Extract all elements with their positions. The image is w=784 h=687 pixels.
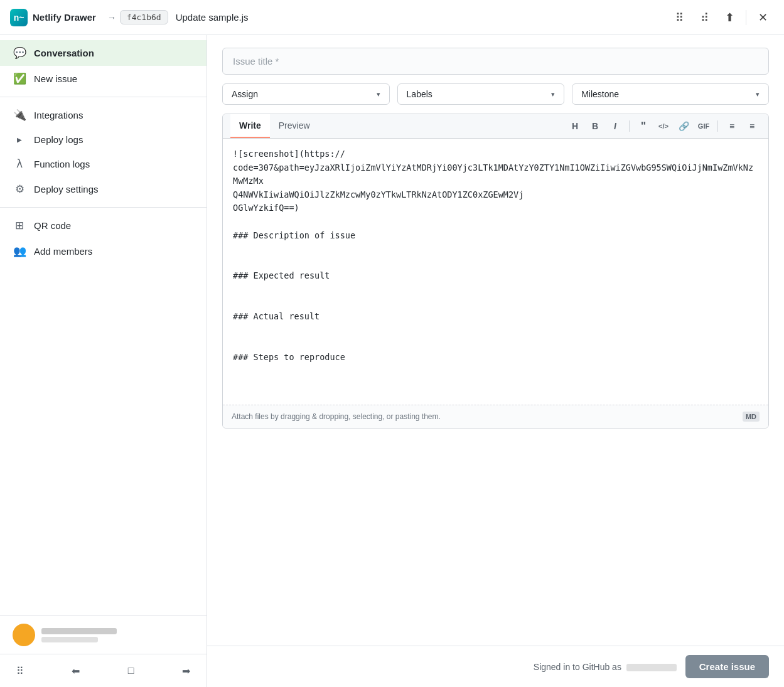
toolbar-list-unordered-button[interactable]: ≡: [723, 117, 741, 135]
sidebar-item-function-logs-label: Function logs: [34, 159, 90, 169]
header-arrow-icon: →: [107, 13, 116, 23]
tab-preview[interactable]: Preview: [270, 114, 319, 138]
sidebar-item-add-members[interactable]: 👥 Add members: [0, 238, 207, 264]
issue-title-input[interactable]: [222, 48, 769, 75]
sidebar-item-add-members-label: Add members: [34, 246, 92, 257]
toolbar-list-ordered-button[interactable]: ≡: [743, 117, 761, 135]
header-logo: n~ Netlify Drawer: [10, 9, 96, 26]
sidebar-item-deploy-settings[interactable]: ⚙ Deploy settings: [0, 176, 207, 202]
toolbar-code-button[interactable]: </>: [655, 117, 672, 135]
milestone-chevron-icon: ▾: [756, 90, 760, 99]
add-members-icon: 👥: [13, 245, 26, 258]
integrations-icon: 🔌: [13, 109, 26, 122]
share-button[interactable]: ⬆: [718, 6, 741, 29]
assign-label: Assign: [232, 89, 258, 99]
brand-name: Netlify Drawer: [33, 12, 96, 23]
editor-tabs: Write Preview H B I " </> 🔗 GIF ≡ ≡: [223, 114, 768, 139]
milestone-dropdown[interactable]: Milestone ▾: [572, 83, 769, 105]
tab-write[interactable]: Write: [230, 114, 270, 138]
page-title: Update sample.js: [176, 12, 668, 23]
sidebar-item-new-issue[interactable]: ✅ New issue: [0, 66, 207, 92]
sidebar-item-integrations-label: Integrations: [34, 110, 83, 120]
commit-hash: f4c1b6d: [120, 10, 168, 24]
new-issue-icon: ✅: [13, 72, 26, 85]
signed-in-username: [626, 664, 677, 671]
assign-dropdown[interactable]: Assign ▾: [222, 83, 390, 105]
user-info: [13, 624, 194, 646]
sidebar-item-deploy-logs[interactable]: ▶ Deploy logs: [0, 128, 207, 151]
sidebar-item-deploy-logs-label: Deploy logs: [34, 134, 83, 145]
nav-divider-2: [0, 207, 207, 208]
header-divider: [746, 10, 746, 25]
header-actions: ⠿ ⠾ ⬆ ✕: [668, 6, 774, 29]
user-text: [41, 628, 117, 642]
toolbar-quote-button[interactable]: ": [635, 117, 652, 135]
create-issue-button[interactable]: Create issue: [685, 655, 769, 678]
toolbar-italic-button[interactable]: I: [606, 117, 624, 135]
sidebar-footer: [0, 615, 207, 654]
sidebar-nav: 💬 Conversation ✅ New issue 🔌 Integration…: [0, 35, 207, 615]
labels-label: Labels: [407, 89, 432, 99]
sidebar-item-integrations[interactable]: 🔌 Integrations: [0, 102, 207, 128]
sidebar-item-function-logs[interactable]: λ Function logs: [0, 151, 207, 176]
function-logs-icon: λ: [13, 157, 26, 170]
sidebar-item-qr-code[interactable]: ⊞ QR code: [0, 213, 207, 238]
main-layout: 💬 Conversation ✅ New issue 🔌 Integration…: [0, 35, 784, 687]
toolbar-bold-button[interactable]: B: [586, 117, 604, 135]
editor-footer: Attach files by dragging & dropping, sel…: [223, 405, 768, 428]
user-handle: [41, 637, 98, 642]
milestone-label: Milestone: [581, 89, 619, 99]
deploy-settings-icon: ⚙: [13, 183, 26, 196]
assign-chevron-icon: ▾: [377, 90, 380, 99]
avatar: [13, 624, 35, 646]
screenshot2-button[interactable]: ⠾: [693, 6, 716, 29]
close-button[interactable]: ✕: [751, 6, 774, 29]
signed-in-text: Signed in to GitHub as: [534, 662, 677, 672]
sidebar-bottom-actions: ⠿ ⬅ □ ➡: [0, 654, 207, 687]
bottom-bar: Signed in to GitHub as Create issue: [207, 646, 784, 687]
qr-code-icon: ⊞: [13, 219, 26, 232]
nav-divider-1: [0, 97, 207, 97]
editor-toolbar: H B I " </> 🔗 GIF ≡ ≡: [566, 117, 761, 135]
labels-dropdown[interactable]: Labels ▾: [397, 83, 565, 105]
collapse-right-button[interactable]: ➡: [176, 661, 196, 681]
sidebar-item-deploy-settings-label: Deploy settings: [34, 184, 99, 194]
sidebar-item-conversation[interactable]: 💬 Conversation: [0, 40, 207, 66]
toolbar-gif-button[interactable]: GIF: [695, 117, 712, 135]
toolbar-heading-button[interactable]: H: [566, 117, 584, 135]
editor-textarea[interactable]: ![screenshot](https:// code=307&path=eyJ…: [223, 139, 768, 402]
screenshot1-button[interactable]: ⠿: [668, 6, 690, 29]
conversation-icon: 💬: [13, 46, 26, 60]
sidebar-item-qr-code-label: QR code: [34, 220, 71, 231]
collapse-left-button[interactable]: ⬅: [65, 661, 85, 681]
dropdowns-row: Assign ▾ Labels ▾ Milestone ▾: [222, 83, 769, 105]
square-button[interactable]: □: [121, 661, 141, 681]
toolbar-separator-1: [629, 120, 630, 132]
netlify-logo-icon: n~: [10, 9, 28, 26]
editor-footer-text: Attach files by dragging & dropping, sel…: [232, 412, 441, 421]
labels-chevron-icon: ▾: [551, 90, 555, 99]
content-area: Assign ▾ Labels ▾ Milestone ▾ Write Prev…: [207, 35, 784, 646]
sidebar: 💬 Conversation ✅ New issue 🔌 Integration…: [0, 35, 207, 687]
editor-container: Write Preview H B I " </> 🔗 GIF ≡ ≡: [222, 114, 769, 429]
grid-icon-button[interactable]: ⠿: [10, 661, 30, 681]
user-name: [41, 628, 117, 634]
markdown-icon: MD: [743, 412, 760, 422]
deploy-logs-icon: ▶: [13, 135, 26, 144]
editor-body: ![screenshot](https:// code=307&path=eyJ…: [223, 139, 768, 405]
toolbar-separator-2: [717, 120, 718, 132]
header: n~ Netlify Drawer → f4c1b6d Update sampl…: [0, 0, 784, 35]
sidebar-item-conversation-label: Conversation: [34, 48, 94, 58]
toolbar-link-button[interactable]: 🔗: [675, 117, 692, 135]
sidebar-item-new-issue-label: New issue: [34, 73, 77, 84]
